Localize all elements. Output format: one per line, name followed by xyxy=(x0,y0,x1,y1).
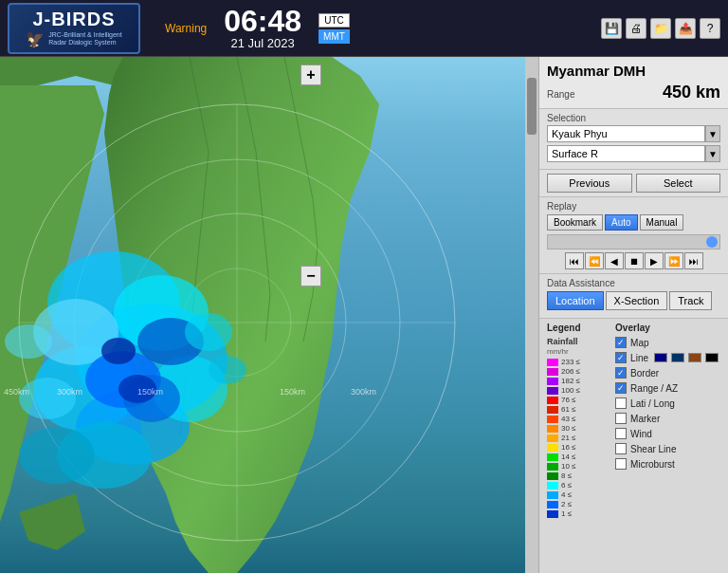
header-toolbar: 💾 🖨 📁 📤 ? xyxy=(601,18,720,39)
play-button[interactable]: ▶ xyxy=(645,252,664,269)
folder-icon[interactable]: 📁 xyxy=(650,18,671,39)
skip-back-button[interactable]: ⏮ xyxy=(565,252,584,269)
save-icon[interactable]: 💾 xyxy=(601,18,622,39)
export-icon[interactable]: 📤 xyxy=(675,18,696,39)
bookmark-button[interactable]: Bookmark xyxy=(547,214,603,231)
overlay-checkbox[interactable]: ✓ xyxy=(615,352,627,363)
legend-value: 10 ≤ xyxy=(561,462,576,471)
tab-track[interactable]: Track xyxy=(669,291,712,310)
selection2-row: Surface R ▼ xyxy=(547,145,720,162)
selection1-arrow[interactable]: ▼ xyxy=(705,125,720,142)
scroll-thumb[interactable] xyxy=(527,78,537,135)
legend-color-swatch xyxy=(547,416,558,423)
legend-item: 1 ≤ xyxy=(547,509,608,518)
legend-subtitle: Rainfall xyxy=(547,337,608,346)
legend-color-swatch xyxy=(547,368,558,376)
legend-color-swatch xyxy=(547,359,558,366)
replay-label: Replay xyxy=(547,201,720,212)
fast-forward-button[interactable]: ⏩ xyxy=(664,252,683,269)
data-assistance-label: Data Assistance xyxy=(547,278,720,288)
zoom-in-button[interactable]: + xyxy=(300,65,321,85)
tab-location[interactable]: Location xyxy=(547,291,604,310)
selection2-arrow[interactable]: ▼ xyxy=(705,145,720,162)
overlay-label-text: Border xyxy=(630,368,659,379)
overlay-label-text: Lati / Long xyxy=(630,398,675,409)
legend-item: 10 ≤ xyxy=(547,462,608,471)
zoom-out-button[interactable]: − xyxy=(300,266,321,286)
legend-color-swatch xyxy=(547,472,558,480)
logo-bird-icon: 🦅 xyxy=(26,30,45,48)
legend-color-swatch xyxy=(547,425,558,433)
overlay-checkbox[interactable] xyxy=(615,428,627,439)
legend-bars: 233 ≤206 ≤182 ≤100 ≤76 ≤61 ≤43 ≤30 ≤21 ≤… xyxy=(547,358,608,518)
legend-color-swatch xyxy=(547,501,558,508)
legend-value: 43 ≤ xyxy=(561,415,576,423)
timezone-buttons: UTC MMT xyxy=(318,13,350,44)
range-row: Range 450 km xyxy=(547,83,720,102)
overlay-item: ✓Map xyxy=(615,337,720,348)
overlay-item: Shear Line xyxy=(615,443,720,454)
legend-item: 182 ≤ xyxy=(547,377,608,385)
fast-back-button[interactable]: ⏪ xyxy=(585,252,604,269)
tab-xsection[interactable]: X-Section xyxy=(606,291,668,310)
stop-button[interactable]: ⏹ xyxy=(625,252,644,269)
replay-slider[interactable] xyxy=(547,234,720,250)
previous-button[interactable]: Previous xyxy=(547,174,632,193)
time-display: 06:48 xyxy=(224,6,301,36)
overlay-item: ✓Line xyxy=(615,352,720,363)
vertical-scrollbar[interactable] xyxy=(525,57,538,573)
slider-thumb[interactable] xyxy=(706,236,718,248)
legend-color-swatch xyxy=(547,397,558,404)
replay-section: Replay Bookmark Auto Manual ⏮ ⏪ ◀ ⏹ ▶ ⏩ … xyxy=(539,197,728,274)
help-icon[interactable]: ? xyxy=(700,18,720,39)
legend-item: 100 ≤ xyxy=(547,386,608,395)
legend-item: 4 ≤ xyxy=(547,490,608,499)
line-color-swatch[interactable] xyxy=(688,353,701,362)
utc-button[interactable]: UTC xyxy=(318,13,350,28)
prev-frame-button[interactable]: ◀ xyxy=(605,252,624,269)
overlay-checkbox[interactable]: ✓ xyxy=(615,367,627,379)
data-assistance-tabs: Location X-Section Track xyxy=(547,291,720,310)
legend-overlay-section: Legend Rainfall mm/hr 233 ≤206 ≤182 ≤100… xyxy=(539,319,728,573)
legend-unit: mm/hr xyxy=(547,347,608,356)
select-button[interactable]: Select xyxy=(636,174,721,193)
logo-subtitle-2: Radar Dialogic System xyxy=(48,39,121,46)
legend-color-swatch xyxy=(547,406,558,414)
data-assistance-section: Data Assistance Location X-Section Track xyxy=(539,274,728,319)
line-color-swatch[interactable] xyxy=(705,353,719,362)
manual-button[interactable]: Manual xyxy=(640,214,684,231)
skip-forward-button[interactable]: ⏭ xyxy=(684,252,703,269)
legend-value: 61 ≤ xyxy=(561,405,576,414)
line-color-swatch[interactable] xyxy=(671,353,684,362)
legend-color-swatch xyxy=(547,463,558,471)
selection2-box[interactable]: Surface R xyxy=(547,145,705,162)
overlay-checkbox[interactable] xyxy=(615,443,627,454)
overlay-color-swatches xyxy=(654,353,720,362)
auto-button[interactable]: Auto xyxy=(605,214,638,231)
legend-value: 16 ≤ xyxy=(561,443,576,452)
map-area[interactable]: 450km 300km 150km 150km 300km + − xyxy=(0,57,525,573)
legend-value: 6 ≤ xyxy=(561,481,572,490)
legend-item: 14 ≤ xyxy=(547,453,608,461)
overlay-label-text: Wind xyxy=(630,429,652,439)
legend-item: 8 ≤ xyxy=(547,471,608,480)
sidebar: Myanmar DMH Range 450 km Selection Kyauk… xyxy=(538,57,728,573)
mmt-button[interactable]: MMT xyxy=(318,29,350,44)
selection1-box[interactable]: Kyauk Phyu xyxy=(547,125,705,142)
legend-color-swatch xyxy=(547,387,558,395)
legend-value: 2 ≤ xyxy=(561,500,572,508)
logo: J-BIRDS 🦅 JRC-Brilliant & Intelligent Ra… xyxy=(8,3,140,54)
overlay-checkbox[interactable] xyxy=(615,397,627,409)
overlay-item: Microburst xyxy=(615,458,720,470)
legend-item: 61 ≤ xyxy=(547,405,608,414)
line-color-swatch[interactable] xyxy=(654,353,667,362)
overlay-checkbox[interactable]: ✓ xyxy=(615,382,627,394)
overlay-label-text: Microburst xyxy=(630,459,675,470)
overlay-checkbox[interactable] xyxy=(615,458,627,470)
legend-value: 8 ≤ xyxy=(561,471,572,480)
overlay-checkbox[interactable] xyxy=(615,413,627,424)
legend-color-swatch xyxy=(547,444,558,452)
legend-color-swatch xyxy=(547,378,558,385)
overlay-checkbox[interactable]: ✓ xyxy=(615,337,627,348)
print-icon[interactable]: 🖨 xyxy=(626,18,646,39)
